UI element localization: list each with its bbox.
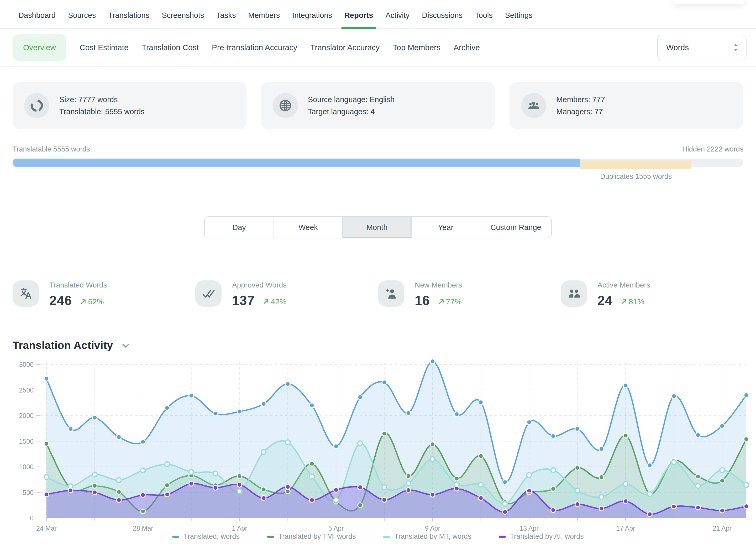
svg-text:28 Mar: 28 Mar xyxy=(133,525,153,532)
range-tab-custom-range[interactable]: Custom Range xyxy=(480,217,551,238)
nav-item-integrations[interactable]: Integrations xyxy=(292,11,332,28)
range-tab-week[interactable]: Week xyxy=(274,217,342,238)
hidden-label: Hidden 2222 words xyxy=(682,145,743,153)
legend-item-translated-by-tm-words[interactable]: Translated by TM, words xyxy=(267,532,356,541)
progress-fill xyxy=(13,159,580,167)
nav-item-dashboard[interactable]: Dashboard xyxy=(18,11,56,28)
translation-activity-chart: 05001000150020002500300024 Mar28 Mar1 Ap… xyxy=(0,357,756,540)
legend-swatch xyxy=(499,536,506,538)
stat-active-members: Active Members2481% xyxy=(561,280,743,308)
info-card-line: Managers: 77 xyxy=(556,106,605,118)
stat-label: Approved Words xyxy=(232,281,287,289)
svg-text:17 Apr: 17 Apr xyxy=(616,525,635,532)
nav-item-sources[interactable]: Sources xyxy=(68,11,96,28)
stat-value: 137 xyxy=(232,293,255,308)
range-tab-month[interactable]: Month xyxy=(342,217,411,238)
nav-item-members[interactable]: Members xyxy=(248,11,280,28)
svg-text:1 Apr: 1 Apr xyxy=(232,525,247,532)
trend-up-icon xyxy=(263,298,270,305)
range-tab-day[interactable]: Day xyxy=(205,217,274,238)
person-add-icon xyxy=(378,280,404,307)
nav-item-tools[interactable]: Tools xyxy=(475,11,493,28)
popup-remnant xyxy=(674,0,744,4)
duplicates-label: Duplicates 1555 words xyxy=(600,172,672,181)
stat-value: 246 xyxy=(49,293,72,308)
svg-text:0: 0 xyxy=(30,514,34,522)
people-icon xyxy=(561,280,587,307)
duplicates-bar xyxy=(580,160,691,169)
stat-change: 42% xyxy=(271,297,286,306)
nav-item-reports[interactable]: Reports xyxy=(344,11,373,28)
stat-approved-words: Approved Words13742% xyxy=(195,280,378,308)
svg-text:2500: 2500 xyxy=(19,386,34,394)
info-card-line: Target languages: 4 xyxy=(308,106,395,118)
svg-text:5 Apr: 5 Apr xyxy=(328,525,344,532)
legend-label: Translated by AI, words xyxy=(510,532,584,541)
svg-text:9 Apr: 9 Apr xyxy=(425,525,440,532)
stat-trend: 77% xyxy=(438,297,462,306)
report-tab-translation-cost[interactable]: Translation Cost xyxy=(142,43,199,52)
info-card-line: Members: 777 xyxy=(556,93,605,106)
nav-item-discussions[interactable]: Discussions xyxy=(422,11,463,28)
range-tabs: DayWeekMonthYearCustom Range xyxy=(204,216,552,238)
stat-trend: 42% xyxy=(263,297,286,306)
info-cards: Size: 7777 wordsTranslatable: 5555 words… xyxy=(0,82,756,129)
svg-text:1000: 1000 xyxy=(19,463,34,470)
nav-item-tasks[interactable]: Tasks xyxy=(216,11,236,28)
info-card: Members: 777Managers: 77 xyxy=(510,82,743,129)
trend-up-icon xyxy=(621,298,628,305)
legend-swatch xyxy=(383,536,390,538)
stat-new-members: New Members1677% xyxy=(378,280,561,308)
legend-item-translated-by-mt-words[interactable]: Translated by MT, words xyxy=(383,532,471,541)
legend-label: Translated, words xyxy=(183,532,240,541)
svg-text:21 Apr: 21 Apr xyxy=(713,525,732,532)
top-nav: DashboardSourcesTranslationsScreenshotsT… xyxy=(0,0,756,29)
nav-item-translations[interactable]: Translations xyxy=(108,11,149,28)
stat-label: Translated Words xyxy=(49,281,107,289)
chart-legend: Translated, wordsTranslated by TM, words… xyxy=(0,532,756,541)
activity-chart-svg: 05001000150020002500300024 Mar28 Mar1 Ap… xyxy=(0,357,756,540)
svg-text:3000: 3000 xyxy=(19,361,34,368)
range-tab-year[interactable]: Year xyxy=(411,217,480,238)
stat-value: 24 xyxy=(597,293,613,308)
chevron-down-icon[interactable] xyxy=(121,341,130,350)
svg-text:2000: 2000 xyxy=(19,412,34,419)
report-subnav: OverviewCost EstimateTranslation CostPre… xyxy=(0,29,756,67)
range-row: DayWeekMonthYearCustom Range xyxy=(0,216,756,238)
unit-selector-value: Words xyxy=(666,43,689,52)
translatable-label: Translatable 5555 words xyxy=(13,145,90,153)
legend-swatch xyxy=(172,536,179,538)
legend-item-translated-words[interactable]: Translated, words xyxy=(172,532,240,541)
stat-change: 77% xyxy=(446,297,462,306)
unit-selector[interactable]: Words xyxy=(657,35,747,60)
stat-trend: 62% xyxy=(80,297,104,306)
nav-item-settings[interactable]: Settings xyxy=(505,11,533,28)
stat-label: Active Members xyxy=(597,281,650,289)
svg-text:13 Apr: 13 Apr xyxy=(519,525,538,532)
stat-value: 16 xyxy=(415,293,430,308)
report-tab-overview[interactable]: Overview xyxy=(13,34,66,61)
stat-translated-words: Translated Words24662% xyxy=(13,280,195,308)
info-card-line: Source language: English xyxy=(308,93,395,106)
trend-up-icon xyxy=(438,298,445,305)
stat-trend: 81% xyxy=(621,297,644,306)
stat-change: 81% xyxy=(629,297,644,306)
svg-text:1500: 1500 xyxy=(19,438,34,445)
report-tab-top-members[interactable]: Top Members xyxy=(393,43,440,52)
report-tab-pre-translation-accuracy[interactable]: Pre-translation Accuracy xyxy=(212,43,297,52)
report-tab-archive[interactable]: Archive xyxy=(454,43,480,52)
nav-item-activity[interactable]: Activity xyxy=(385,11,409,28)
svg-text:24 Mar: 24 Mar xyxy=(36,525,57,532)
info-card-line: Translatable: 5555 words xyxy=(59,106,145,118)
legend-label: Translated by TM, words xyxy=(278,532,356,541)
info-card-line: Size: 7777 words xyxy=(59,93,145,106)
double-check-icon xyxy=(195,280,222,307)
report-tab-translator-accuracy[interactable]: Translator Accuracy xyxy=(310,43,380,52)
globe-icon xyxy=(273,93,298,118)
legend-item-translated-by-ai-words[interactable]: Translated by AI, words xyxy=(499,532,584,541)
stat-label: New Members xyxy=(415,281,462,289)
legend-label: Translated by MT, words xyxy=(394,532,471,541)
report-tab-cost-estimate[interactable]: Cost Estimate xyxy=(80,43,129,52)
nav-item-screenshots[interactable]: Screenshots xyxy=(162,11,204,28)
svg-text:500: 500 xyxy=(23,489,34,496)
